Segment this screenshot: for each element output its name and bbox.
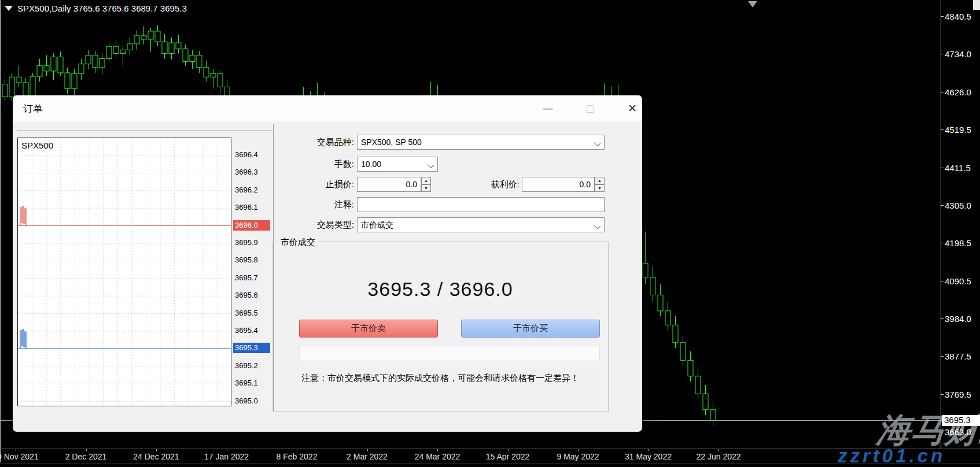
take-profit-input[interactable]: 0.0 xyxy=(522,177,595,192)
tick-scale-label: 3695.1 xyxy=(235,378,271,388)
market-execution-group-title: 市价成交 xyxy=(278,237,318,248)
candle-body xyxy=(113,46,119,53)
tick-scale-label: 3696.3 xyxy=(235,167,271,177)
price-axis-label: 4840.5 xyxy=(945,12,971,21)
price-axis-tick xyxy=(941,205,944,206)
watermark-site: zzrt01.cn xyxy=(838,445,945,467)
date-axis-label: 22 Jun 2022 xyxy=(696,452,740,461)
tick-chart-symbol: SPX500 xyxy=(21,140,53,150)
date-axis-tick xyxy=(156,449,157,451)
candle-body xyxy=(9,77,14,97)
ask-price-badge: 3696.0 xyxy=(233,220,270,231)
price-axis-tick xyxy=(941,168,944,168)
stop-loss-label: 止损价: xyxy=(267,177,354,192)
current-price-badge: 3695.3 xyxy=(942,415,980,426)
candle-body xyxy=(211,73,216,77)
sell-by-market-button[interactable]: 于市价卖 xyxy=(299,320,438,338)
tick-scale-label: 3695.8 xyxy=(235,255,271,265)
candle-body xyxy=(643,264,648,277)
candle-body xyxy=(688,360,693,376)
tick-scale-label: 3695.4 xyxy=(235,325,271,336)
candle-body xyxy=(176,43,181,49)
candle-body xyxy=(2,84,8,97)
comment-label: 注释: xyxy=(267,197,354,212)
candle-body xyxy=(65,73,70,88)
date-axis-tick xyxy=(437,449,438,451)
date-axis-tick xyxy=(297,449,297,451)
close-button[interactable]: ✕ xyxy=(619,99,646,117)
date-axis-label: 31 May 2022 xyxy=(625,452,672,461)
order-type-label: 交易类型: xyxy=(267,217,354,232)
candle-body xyxy=(127,44,132,50)
price-axis-tick xyxy=(941,92,944,92)
tick-scale-label: 3695.9 xyxy=(235,238,271,248)
chevron-down-icon xyxy=(594,140,600,146)
chart-left-border xyxy=(0,0,1,462)
price-axis-label: 4626.0 xyxy=(945,87,971,97)
maximize-button[interactable]: ▢ xyxy=(577,99,603,117)
candle-body xyxy=(148,31,153,39)
candle-body xyxy=(183,49,188,61)
symbol-select-value: SPX500, SP 500 xyxy=(361,138,422,147)
date-axis-tick xyxy=(16,449,16,451)
bid-price-badge: 3695.3 xyxy=(233,343,270,353)
candle-body xyxy=(37,66,42,76)
tick-scale-label: 3695.7 xyxy=(235,273,271,283)
price-axis-tick xyxy=(941,318,944,319)
price-axis-label: 4411.5 xyxy=(945,163,971,173)
candle-body xyxy=(134,36,139,44)
comment-input[interactable] xyxy=(357,197,605,212)
axis-corner-element xyxy=(973,0,980,10)
spinner-up-icon[interactable]: ▲ xyxy=(421,177,431,184)
price-axis-label: 3984.0 xyxy=(945,314,971,324)
price-axis-tick xyxy=(941,356,944,357)
date-axis-tick xyxy=(227,449,227,451)
date-axis-tick xyxy=(578,449,579,451)
candle-body xyxy=(197,55,202,67)
date-axis-label: 8 Feb 2022 xyxy=(277,452,318,461)
price-axis-tick xyxy=(941,54,944,54)
candle-body xyxy=(86,55,91,64)
order-result-bar xyxy=(299,346,600,361)
symbol-select[interactable]: SPX500, SP 500 xyxy=(357,135,605,150)
date-axis-label: 9 May 2022 xyxy=(557,452,599,461)
minimize-icon: — xyxy=(543,103,553,114)
candle-body xyxy=(703,394,708,409)
date-axis-label: 24 Dec 2021 xyxy=(133,452,179,461)
buy-by-market-button[interactable]: 于市价买 xyxy=(461,320,600,338)
candle-body xyxy=(120,50,126,53)
date-axis-tick xyxy=(508,449,509,451)
symbol-dropdown-icon[interactable] xyxy=(5,6,13,11)
candle-body xyxy=(695,376,701,394)
candle-body xyxy=(169,43,174,53)
order-type-select[interactable]: 市价成交 xyxy=(357,217,605,232)
spinner-up-icon[interactable]: ▲ xyxy=(595,177,605,184)
take-profit-label: 获利价: xyxy=(433,177,520,192)
price-axis-line xyxy=(941,0,941,449)
candle-body xyxy=(16,77,21,83)
candle-body xyxy=(673,325,678,343)
volume-select[interactable]: 10.00 xyxy=(357,157,438,172)
price-axis-label: 4519.5 xyxy=(945,125,971,135)
stop-loss-input[interactable]: 0.0 xyxy=(357,177,421,192)
date-axis-tick xyxy=(719,449,719,451)
price-axis-label: 4734.0 xyxy=(945,49,971,59)
date-axis-label: 24 Mar 2022 xyxy=(415,452,460,461)
take-profit-stepper: ▲ ▼ xyxy=(595,177,605,192)
candle-body xyxy=(44,66,49,71)
ask-tick-history xyxy=(20,206,26,225)
order-type-value: 市价成交 xyxy=(361,220,393,229)
minimize-button[interactable]: — xyxy=(535,99,561,117)
date-axis-label: 17 Jan 2022 xyxy=(204,452,249,461)
candle-body xyxy=(218,73,223,87)
spinner-down-icon[interactable]: ▼ xyxy=(595,184,605,192)
spinner-down-icon[interactable]: ▼ xyxy=(421,184,431,192)
maximize-icon: ▢ xyxy=(585,102,595,114)
tick-scale-label: 3695.0 xyxy=(235,396,271,406)
candle-body xyxy=(100,59,105,68)
candle-body xyxy=(658,295,663,310)
dialog-titlebar[interactable]: 订单 — ▢ ✕ xyxy=(13,95,642,121)
order-dialog: 订单 — ▢ ✕ SPX500 3696.43696.33696.23696.1… xyxy=(13,95,642,432)
price-axis-tick xyxy=(941,129,944,130)
date-axis-label: 2 Mar 2022 xyxy=(347,452,388,461)
